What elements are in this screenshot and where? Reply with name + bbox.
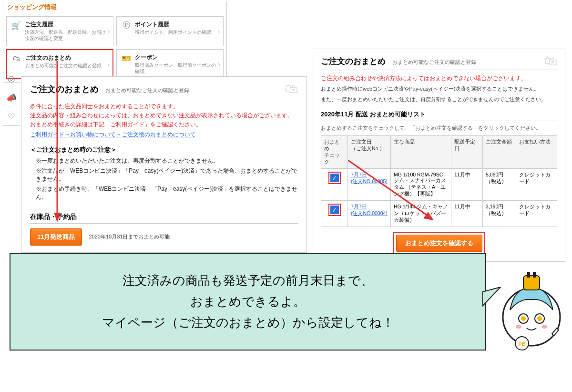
chevron-right-icon: › [218, 28, 220, 35]
chevron-right-icon: › [107, 61, 110, 68]
card-title: ご注文のおまとめ [25, 54, 108, 62]
warning-line: 注文品の内容・組み合わせによっては、おまとめできない注文品が表示されている場合が… [30, 111, 298, 120]
order-date-link[interactable]: 7月7日 [351, 204, 367, 209]
card-title: クーポン [135, 53, 218, 62]
svg-point-13 [516, 325, 521, 329]
product-cell: HG 1/144 ジム・キャノン（ロケット・バズーカ装備） [391, 201, 451, 227]
card-title: ご注文履歴 [25, 21, 108, 29]
notice-title: ＜ご注文おまとめ時のご注意＞ [30, 145, 298, 154]
mascot-avatar: PB [496, 272, 567, 353]
info-line: おまとめ操作時にwebコンビニ決済やPay-easy(ペイジー)決済を選択するこ… [321, 85, 557, 93]
bubble-line: 注文済みの商品も発送予定の前月末日まで、 [30, 270, 466, 291]
stock-heading: 在庫品・予約品 [30, 213, 298, 224]
combine-detail-panel-left: ご注文のおまとめ おまとめ可能なご注文の確認と登録 🛍 条件に合った注文品同士を… [21, 76, 307, 253]
confirm-combine-button[interactable]: おまとめ注文を確認する [396, 235, 482, 252]
th-pay: お支払い方法 [516, 136, 557, 169]
pay-cell: クレジットカード [516, 169, 557, 201]
pay-cell: クレジットカード [516, 201, 557, 227]
chevron-right-icon: › [108, 28, 110, 35]
bubble-line: マイページ（ご注文のおまとめ）から設定してね！ [30, 312, 466, 333]
combine-detail-panel-right: ご注文のおまとめ おまとめ可能なご注文の確認と登録 🛍 ご注文の組み合わせや決済… [313, 49, 565, 262]
notice-line: ※一度おまとめいただいたご注文は、再度分割することができません。 [36, 157, 298, 165]
svg-point-12 [537, 316, 542, 321]
order-no-link[interactable]: (注文NO.00005) [351, 178, 388, 184]
price-cell: 5,060円（税込） [483, 169, 516, 201]
panel-title: ご注文のおまとめ [30, 83, 99, 95]
svg-rect-7 [527, 272, 530, 278]
card-sub: おまとめ可能なご注文の確認と登録 [25, 63, 108, 69]
combine-checkbox[interactable]: ✓ [330, 174, 339, 182]
table-row: ✓ 7月7日(注文NO.00004) HG 1/144 ジム・キャノン（ロケット… [321, 201, 557, 227]
card-title: ポイント履歴 [135, 21, 218, 29]
card-order-history[interactable]: 🛒 ご注文履歴 決済方法、配送先、配送日時、お届け状況の確認と変更 › [6, 16, 113, 46]
svg-rect-6 [523, 276, 540, 290]
card-coupon[interactable]: 🎫 クーポン 取得済みクーポン、取得前クーポンの確認 › [116, 49, 224, 79]
svg-point-14 [541, 325, 547, 329]
warning-line: ご注文の組み合わせや決済方法によってはおまとめできない場合がございます。 [321, 74, 557, 83]
card-order-combine[interactable]: 🛍 ご注文のおまとめ おまとめ可能なご注文の確認と登録 › [6, 49, 113, 79]
point-icon: Ⓟ [122, 21, 131, 30]
svg-point-10 [521, 316, 526, 321]
th-product: 主な商品 [391, 136, 451, 169]
chevron-right-icon: › [218, 61, 220, 68]
shopping-info-panel: ショッピング情報 🛒 ご注文履歴 決済方法、配送先、配送日時、お届け状況の確認と… [3, 1, 227, 83]
card-sub: 取得済みクーポン、取得前クーポンの確認 [135, 62, 218, 75]
warning-line: おまとめ手続きの詳細は下記「ご利用ガイド」をご確認ください。 [30, 120, 298, 129]
combine-list-hint: おまとめするご注文をチェックして、「おまとめ注文を確認する」をクリックしてくださ… [321, 125, 557, 132]
product-cell: MG 1/100 RGM-79SC ジム・スナイパーカスタム （テネス・A・ユン… [391, 169, 451, 201]
svg-text:PB: PB [518, 341, 525, 347]
speech-bubble: 注文済みの商品も発送予定の前月末日まで、 おまとめできるよ。 マイページ（ご注文… [10, 253, 486, 351]
heart-icon[interactable]: ♡ [3, 107, 20, 126]
bags-icon: 🛍 [544, 53, 557, 69]
th-ship: 配送予定日 [451, 136, 483, 169]
card-sub: 決済方法、配送先、配送日時、お届け状況の確認と変更 [25, 30, 108, 42]
th-date: ご注文日 （ご注文No.） [348, 136, 391, 169]
bubble-line: おまとめできるよ。 [30, 291, 466, 312]
announce-icon[interactable]: 📣 [3, 88, 20, 107]
shopping-info-title: ショッピング情報 [3, 1, 226, 13]
order-date-link[interactable]: 7月7日 [351, 172, 367, 177]
info-line: また、一度おまとめいただいたご注文は、再度分割することができませんのでご注意くだ… [321, 95, 557, 104]
card-point-history[interactable]: Ⓟ ポイント履歴 獲得ポイント、利用ポイントの確認 › [116, 16, 224, 46]
warning-line: 条件に合った注文品同士をおまとめすることができます。 [30, 102, 298, 111]
target-icon[interactable]: ◎ [3, 69, 20, 88]
notice-line: ※注文品が「WEBコンビニ決済」「Pay－easy(ペイジー)決済」であった場合… [36, 167, 298, 183]
side-icon-strip: ◎ 📣 ♡ [3, 69, 20, 126]
bags-icon: 🛍 [285, 81, 298, 96]
th-price: ご注文金額 [483, 136, 516, 169]
combine-list-title: 2020年11月 配送 おまとめ可能リスト [321, 110, 557, 121]
panel-subtitle: おまとめ可能なご注文の確認と登録 [105, 87, 189, 94]
th-check: おまとめ チェック [321, 136, 348, 169]
combine-deadline: 2020年10月31日までおまとめ可能 [89, 233, 170, 240]
table-row: ✓ 7月7日(注文NO.00005) MG 1/100 RGM-79SC ジム・… [321, 169, 557, 201]
card-sub: 獲得ポイント、利用ポイントの確認 [135, 30, 218, 36]
ticket-icon: 🎫 [122, 53, 131, 63]
combine-order-table: おまとめ チェック ご注文日 （ご注文No.） 主な商品 配送予定日 ご注文金額… [321, 135, 557, 227]
svg-rect-8 [533, 272, 536, 278]
panel-title: ご注文のおまとめ [321, 56, 386, 67]
combine-checkbox[interactable]: ✓ [330, 206, 339, 214]
november-ship-button[interactable]: 11月発送商品 [30, 228, 82, 246]
order-no-link[interactable]: (注文NO.00004) [351, 210, 388, 216]
ship-cell: 11月中 [451, 169, 483, 201]
guide-link[interactable]: ご利用ガイド→お買い物について→ご注文後のおまとめについて [30, 131, 196, 138]
price-cell: 3,190円（税込） [483, 201, 516, 227]
bags-icon: 🛍 [12, 54, 21, 63]
panel-subtitle: おまとめ可能なご注文の確認と登録 [392, 59, 476, 66]
notice-line: ※おまとめ手続き時、「WEBコンビニ決済」「Pay－easy(ペイジー)決済」を… [36, 185, 298, 201]
cart-icon: 🛒 [11, 21, 21, 30]
ship-cell: 11月中 [451, 201, 483, 227]
